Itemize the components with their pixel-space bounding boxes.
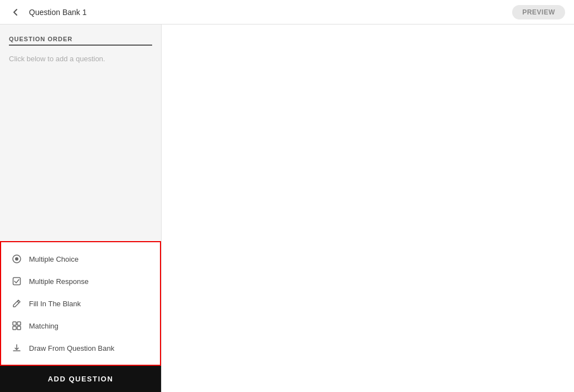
sidebar-spacer	[0, 143, 161, 242]
question-type-multiple-choice[interactable]: Multiple Choice	[1, 248, 160, 270]
empty-hint: Click below to add a question.	[9, 55, 152, 63]
svg-point-1	[15, 257, 18, 261]
multiple-response-label: Multiple Response	[29, 277, 89, 286]
svg-rect-4	[17, 322, 21, 325]
svg-rect-3	[13, 322, 16, 325]
grid-icon	[11, 320, 22, 331]
pencil-icon	[11, 298, 22, 309]
question-type-matching[interactable]: Matching	[1, 315, 160, 337]
question-type-multiple-response[interactable]: Multiple Response	[1, 270, 160, 292]
radio-icon	[11, 253, 22, 264]
section-underline	[9, 45, 152, 46]
header-left: Question Bank 1	[9, 6, 87, 19]
section-label: QUESTION ORDER	[9, 36, 152, 42]
right-panel	[162, 24, 574, 392]
main-layout: QUESTION ORDER Click below to add a ques…	[0, 24, 574, 392]
download-icon	[11, 342, 22, 354]
header: Question Bank 1 PREVIEW	[0, 0, 574, 24]
page-title: Question Bank 1	[29, 8, 87, 17]
question-type-draw-from-bank[interactable]: Draw From Question Bank	[1, 337, 160, 359]
draw-from-bank-label: Draw From Question Bank	[29, 344, 114, 352]
add-question-button[interactable]: ADD QUESTION	[0, 366, 161, 392]
sidebar-content: QUESTION ORDER Click below to add a ques…	[0, 24, 161, 143]
fill-blank-label: Fill In The Blank	[29, 300, 81, 308]
checkbox-icon	[11, 276, 22, 287]
back-button[interactable]	[9, 6, 22, 19]
svg-rect-6	[17, 326, 21, 330]
preview-button[interactable]: PREVIEW	[512, 5, 565, 19]
multiple-choice-label: Multiple Choice	[29, 255, 79, 263]
question-type-box: Multiple Choice Multiple Response	[0, 241, 161, 366]
sidebar: QUESTION ORDER Click below to add a ques…	[0, 24, 162, 392]
matching-label: Matching	[29, 322, 59, 330]
svg-rect-5	[13, 326, 16, 330]
question-type-fill-blank[interactable]: Fill In The Blank	[1, 292, 160, 315]
